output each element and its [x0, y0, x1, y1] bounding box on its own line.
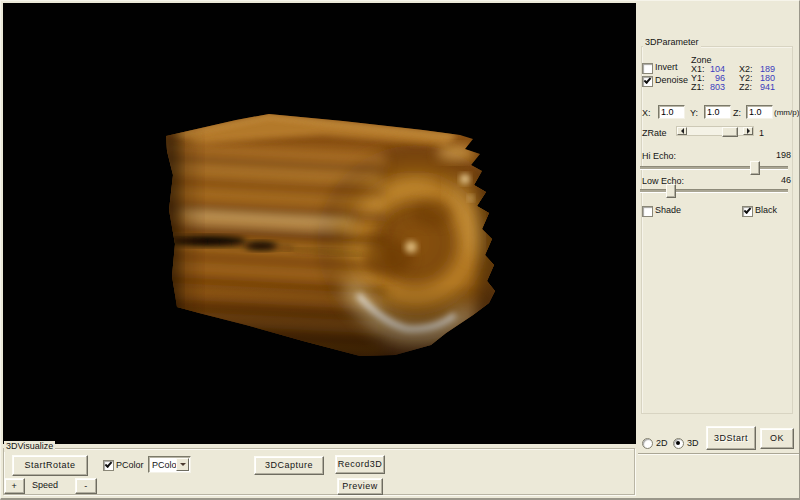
speed-minus-button[interactable]: - — [75, 478, 97, 494]
low-echo-label: Low Echo: — [642, 176, 684, 187]
pcolor-checkbox[interactable] — [103, 460, 114, 471]
mode-2d-label: 2D — [656, 438, 668, 449]
3d-viewport[interactable] — [3, 3, 636, 444]
application-window: 3DParameter Invert Denoise Zone X1: 104 … — [0, 0, 800, 500]
zrate-scrollbar[interactable] — [676, 126, 754, 136]
shade-checkbox[interactable] — [642, 206, 653, 217]
mode-2d-radio[interactable] — [642, 438, 653, 449]
zrate-label: ZRate — [642, 128, 667, 139]
ok-button[interactable]: OK — [760, 428, 794, 449]
hi-echo-thumb[interactable] — [750, 161, 760, 175]
speed-label: Speed — [32, 480, 58, 491]
mode-3d-radio[interactable] — [673, 438, 684, 449]
denoise-checkbox[interactable] — [642, 76, 653, 87]
zrate-right-arrow-icon[interactable] — [743, 127, 753, 135]
hi-echo-track[interactable] — [640, 166, 788, 170]
parameter-groupbox — [641, 46, 793, 414]
record-button[interactable]: Record3D — [335, 455, 385, 474]
parameter-panel-title: 3DParameter — [643, 37, 701, 48]
low-echo-track[interactable] — [640, 189, 788, 193]
preview-button[interactable]: Preview — [337, 478, 383, 495]
speed-plus-button[interactable]: + — [4, 478, 25, 494]
visualize-panel-title: 3DVisualize — [4, 441, 55, 452]
check-icon — [744, 206, 752, 214]
capture-button[interactable]: 3DCapture — [254, 456, 324, 475]
scale-y-input[interactable] — [704, 105, 731, 119]
hi-echo-value: 198 — [771, 150, 791, 161]
pcolor-label: PColor — [116, 460, 144, 471]
panel-divider — [638, 453, 799, 455]
start-rotate-button[interactable]: StartRotate — [12, 455, 88, 476]
scale-z-label: Z: — [733, 108, 741, 119]
zrate-thumb[interactable] — [722, 127, 738, 137]
parameter-panel: 3DParameter Invert Denoise Zone X1: 104 … — [637, 1, 800, 500]
scale-x-input[interactable] — [658, 105, 685, 119]
volume-render — [3, 3, 636, 444]
low-echo-value: 46 — [771, 175, 791, 186]
invert-label: Invert — [655, 62, 678, 73]
black-checkbox[interactable] — [742, 206, 753, 217]
check-icon — [105, 460, 113, 468]
scale-z-input[interactable] — [746, 105, 773, 119]
dropdown-arrow-icon[interactable] — [176, 458, 189, 471]
zone-z2-value: 941 — [751, 82, 775, 93]
scale-x-label: X: — [642, 108, 651, 119]
3dstart-button[interactable]: 3DStart — [706, 426, 756, 450]
zone-z1-value: 803 — [701, 82, 725, 93]
black-label: Black — [755, 205, 777, 216]
denoise-label: Denoise — [655, 75, 688, 86]
mode-3d-label: 3D — [687, 438, 699, 449]
hi-echo-label: Hi Echo: — [642, 151, 676, 162]
check-icon — [644, 76, 652, 84]
low-echo-thumb[interactable] — [666, 184, 676, 198]
scale-y-label: Y: — [690, 108, 698, 119]
pcolor-dropdown[interactable]: PColor — [148, 456, 191, 473]
scale-unit-label: (mm/p) — [774, 107, 799, 118]
zrate-left-arrow-icon[interactable] — [677, 127, 687, 135]
shade-label: Shade — [655, 205, 681, 216]
zrate-value: 1 — [759, 128, 764, 139]
invert-checkbox[interactable] — [642, 63, 653, 74]
radio-dot-icon — [676, 441, 680, 445]
